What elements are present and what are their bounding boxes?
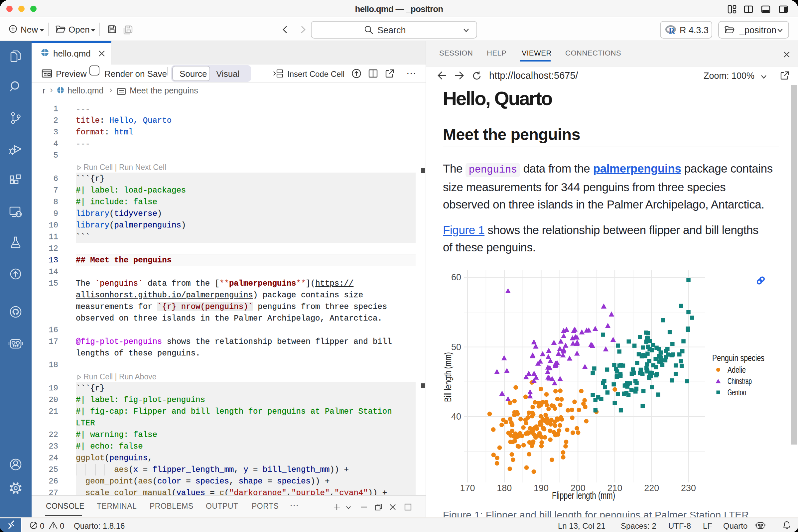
svg-text:40: 40 bbox=[451, 412, 461, 422]
svg-text:190: 190 bbox=[534, 483, 549, 493]
svg-text:Adelie: Adelie bbox=[727, 365, 746, 374]
svg-text:170: 170 bbox=[460, 483, 475, 493]
svg-text:Penguin species: Penguin species bbox=[712, 353, 764, 363]
svg-text:Chinstrap: Chinstrap bbox=[727, 376, 752, 386]
svg-text:Bill length (mm): Bill length (mm) bbox=[442, 352, 453, 402]
svg-text:230: 230 bbox=[681, 483, 696, 493]
svg-text:50: 50 bbox=[451, 342, 461, 352]
svg-text:180: 180 bbox=[497, 483, 512, 493]
svg-text:220: 220 bbox=[644, 483, 659, 493]
svg-text:Gentoo: Gentoo bbox=[727, 388, 746, 397]
svg-text:Flipper length (mm): Flipper length (mm) bbox=[552, 490, 615, 501]
svg-text:60: 60 bbox=[451, 272, 461, 282]
svg-text:R: R bbox=[669, 26, 675, 35]
